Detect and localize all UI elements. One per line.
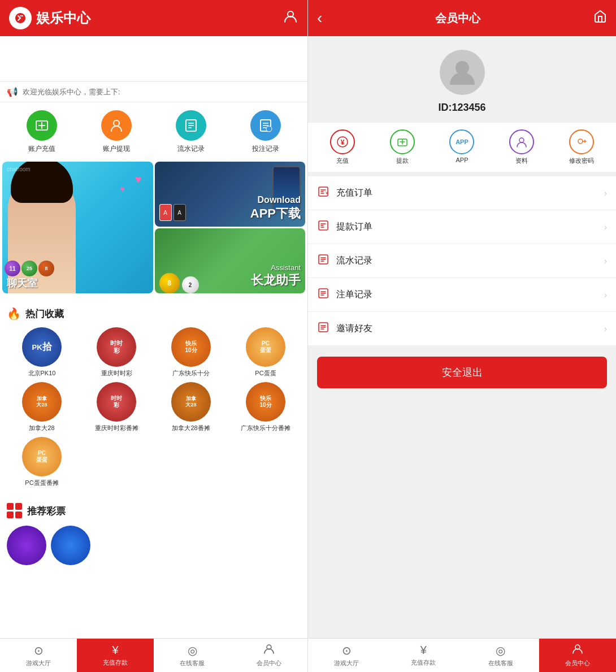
right-nav-member-icon	[572, 643, 583, 657]
svg-point-20	[578, 139, 583, 144]
app-label: APP	[456, 157, 468, 163]
game-item-cqssc2[interactable]: 时时彩 重庆时时彩番摊	[81, 382, 151, 432]
recharge-icon: ¥	[330, 129, 355, 154]
announcement-bar: 📢 欢迎光临娱乐中心，需要上下:	[0, 81, 307, 102]
game-icon-pcegg: PC蛋蛋	[246, 327, 285, 367]
game-label-ssc: 重庆时时彩	[101, 369, 132, 378]
recharge-order-icon: ¥	[317, 185, 331, 201]
game-grid-row2: 加拿大28 加拿大28 时时彩 重庆时时彩番摊 加拿大28 加拿大28番摊	[7, 382, 301, 432]
svg-point-19	[519, 138, 524, 142]
recommend-icon-2	[51, 526, 90, 565]
recharge-order-arrow: ›	[604, 188, 607, 198]
svg-point-4	[114, 120, 119, 126]
nav-game-hall-label: 游戏大厅	[26, 659, 51, 667]
game-item-pcegg[interactable]: PC蛋蛋 PC蛋蛋	[231, 327, 301, 378]
right-bottom-nav: ⊙ 游戏大厅 ¥ 充值存款 ◎ 在线客服 会员中心	[308, 638, 616, 672]
game-item-pk10[interactable]: PK拾 北京PK10	[7, 327, 77, 378]
action-app[interactable]: APP APP	[449, 129, 474, 165]
left-bottom-nav: ⊙ 游戏大厅 ¥ 充值存款 ◎ 在线客服 会员中心	[0, 638, 307, 672]
banner-grid: ♥ ♥ 11 25 8 聊天室 chatroom A A D	[0, 162, 307, 296]
game-label-gd10: 广东快乐十分	[172, 369, 210, 378]
game-icon-ssc: 时时彩	[97, 327, 136, 367]
bet-record-text: 注单记录	[336, 289, 372, 301]
profile-label: 资料	[515, 157, 528, 165]
action-password[interactable]: 修改密码	[569, 129, 594, 165]
menu-item-recharge-order[interactable]: ¥ 充值订单 ›	[308, 176, 616, 210]
quick-action-charge[interactable]: 账户充值	[27, 110, 57, 154]
menu-item-invite[interactable]: 邀请好友 ›	[308, 312, 616, 345]
game-item-pcegg2[interactable]: PC蛋蛋 PC蛋蛋番摊	[7, 437, 77, 487]
left-panel: 娱乐中心 📢 欢迎光临娱乐中心，需要上下: 账户充值	[0, 0, 308, 672]
game-icon-gd10: 快乐10分	[171, 327, 211, 367]
game-item-jfd28[interactable]: 加拿大28 加拿大28	[7, 382, 77, 432]
recommend-preview	[7, 526, 301, 570]
game-label-pcegg2: PC蛋蛋番摊	[25, 479, 58, 487]
nav-member[interactable]: 会员中心	[231, 639, 307, 672]
avatar-section: ID:123456	[308, 36, 616, 123]
game-label-pk10: 北京PK10	[28, 369, 56, 378]
game-label-pcegg: PC蛋蛋	[255, 369, 276, 378]
game-item-jfd28b[interactable]: 加拿大28 加拿大28番摊	[156, 382, 226, 432]
game-item-gd10[interactable]: 快乐10分 广东快乐十分	[156, 327, 226, 378]
svg-text:¥: ¥	[341, 138, 345, 146]
grid-icon	[7, 503, 23, 519]
app-icon: APP	[449, 129, 474, 154]
game-icon-jfd28: 加拿大28	[22, 382, 62, 422]
back-button[interactable]: ‹	[317, 9, 322, 27]
banner-assistant[interactable]: 8 2 Assistant 长龙助手	[155, 228, 306, 293]
chatroom-sublabel: chatroom	[7, 166, 31, 172]
game-icon-jfd28b: 加拿大28	[171, 382, 211, 422]
action-profile[interactable]: 资料	[509, 129, 534, 165]
invite-icon	[317, 321, 331, 336]
recommend-icon-1	[7, 526, 46, 565]
banner-chatroom[interactable]: ♥ ♥ 11 25 8 聊天室 chatroom	[2, 162, 153, 293]
invite-arrow: ›	[604, 324, 607, 334]
history-label: 流水记录	[177, 144, 205, 154]
announcement-icon: 📢	[7, 86, 18, 97]
action-recharge[interactable]: ¥ 充值	[330, 129, 355, 165]
withdraw-label: 账户提现	[103, 144, 130, 154]
quick-action-history[interactable]: 流水记录	[176, 110, 206, 154]
bet-record-icon	[317, 287, 331, 302]
user-icon[interactable]	[283, 8, 298, 28]
svg-point-13	[266, 126, 272, 132]
recharge-order-text: 充值订单	[336, 187, 372, 199]
avatar	[440, 50, 485, 95]
logout-label: 安全退出	[442, 367, 483, 378]
bets-label: 投注记录	[252, 144, 279, 154]
game-label-jfd28: 加拿大28	[29, 424, 54, 432]
logout-button[interactable]: 安全退出	[317, 357, 607, 388]
game-item-ssc[interactable]: 时时彩 重庆时时彩	[81, 327, 151, 378]
home-button[interactable]	[593, 10, 607, 27]
right-panel: ‹ 会员中心 ID:123456 ¥ 充值	[308, 0, 616, 672]
game-item-gd10b[interactable]: 快乐10分 广东快乐十分番摊	[231, 382, 301, 432]
logo-icon	[9, 7, 32, 29]
right-header: ‹ 会员中心	[308, 0, 616, 36]
banner-app-download[interactable]: A A Download APP下载	[155, 162, 306, 227]
right-nav-member-label: 会员中心	[565, 659, 590, 667]
right-nav-deposit[interactable]: ¥ 充值存款	[385, 639, 462, 672]
right-nav-game-hall[interactable]: ⊙ 游戏大厅	[308, 639, 385, 672]
right-nav-service[interactable]: ◎ 在线客服	[462, 639, 539, 672]
invite-text: 邀请好友	[336, 323, 372, 335]
quick-action-withdraw[interactable]: 账户提现	[101, 110, 132, 154]
right-nav-service-label: 在线客服	[488, 659, 513, 667]
menu-list: ¥ 充值订单 › 提款订单 ›	[308, 176, 616, 345]
quick-action-bets[interactable]: 投注记录	[250, 110, 281, 154]
flow-record-text: 流水记录	[336, 255, 372, 267]
nav-service[interactable]: ◎ 在线客服	[154, 639, 231, 672]
menu-item-flow-record[interactable]: 流水记录 ›	[308, 244, 616, 278]
nav-game-hall[interactable]: ⊙ 游戏大厅	[0, 639, 77, 672]
app-download-label: Download APP下载	[155, 162, 306, 227]
menu-item-withdraw-order[interactable]: 提款订单 ›	[308, 210, 616, 244]
recommend-item-2[interactable]	[51, 526, 90, 565]
action-withdraw[interactable]: 提款	[390, 129, 415, 165]
hot-section-title: 热门收藏	[25, 307, 64, 320]
right-header-title: 会员中心	[435, 11, 480, 26]
right-nav-member[interactable]: 会员中心	[539, 639, 616, 672]
recommend-item-1[interactable]	[7, 526, 46, 565]
nav-deposit[interactable]: ¥ 充值存款	[77, 639, 154, 672]
logo-text: 娱乐中心	[36, 9, 90, 27]
menu-item-bet-record[interactable]: 注单记录 ›	[308, 278, 616, 312]
withdraw-order-icon	[317, 219, 331, 235]
